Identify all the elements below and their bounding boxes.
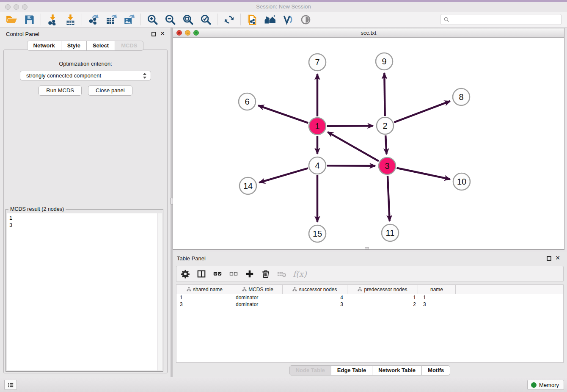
control-panel-close-icon[interactable]: ✕ [160, 30, 165, 37]
table-row[interactable]: 1dominator411 [176, 294, 563, 301]
import-network-icon[interactable] [45, 12, 60, 27]
gear-icon[interactable] [180, 269, 190, 279]
graph-edge-1-2[interactable] [327, 126, 373, 126]
columns-icon[interactable] [196, 269, 206, 279]
export-image-icon[interactable] [122, 12, 136, 27]
network-window-titlebar[interactable]: ✕ − + scc.txt [173, 28, 564, 38]
graph-edge-4-3[interactable] [327, 166, 375, 166]
save-session-icon[interactable] [22, 12, 36, 27]
graph-edge-1-6[interactable] [258, 105, 308, 123]
criterion-select[interactable]: strongly connected component [20, 71, 151, 80]
graph-edge-2-8[interactable] [394, 101, 450, 122]
result-scrollbar[interactable] [157, 213, 162, 370]
graph-node-label-7: 7 [315, 58, 319, 67]
tab-edge-table[interactable]: Edge Table [331, 365, 372, 375]
task-history-button[interactable] [4, 380, 17, 390]
graph-edge-3-1[interactable] [328, 132, 379, 161]
graph-node-label-6: 6 [245, 97, 249, 106]
table-cell[interactable]: 3 [418, 301, 456, 308]
table-cell[interactable]: 1 [176, 294, 233, 301]
pane-resize-grip[interactable] [365, 247, 369, 249]
search-box[interactable] [440, 14, 562, 25]
add-entry-icon[interactable] [245, 269, 254, 279]
unselect-all-icon[interactable] [228, 269, 238, 279]
search-icon [443, 17, 450, 23]
graph-edge-3-11[interactable] [388, 176, 390, 221]
column-header-name[interactable]: name [418, 285, 456, 294]
search-input[interactable] [450, 15, 561, 24]
import-table-icon[interactable] [63, 12, 77, 27]
table-cell[interactable]: dominator [233, 294, 283, 301]
graph-node-label-15: 15 [313, 229, 322, 238]
table-cell[interactable]: dominator [233, 301, 283, 308]
share-document-icon[interactable] [245, 12, 259, 27]
home-icon[interactable] [263, 12, 277, 27]
table-cell[interactable]: 3 [176, 301, 233, 308]
mcds-result-group: MCDS result (2 nodes) 1 3 [6, 209, 163, 372]
table-cell[interactable]: 1 [418, 294, 456, 301]
graph-node-label-2: 2 [383, 121, 387, 130]
tab-network-table[interactable]: Network Table [372, 365, 422, 375]
tab-mcds[interactable]: MCDS [115, 41, 143, 51]
network-window-title: scc.txt [173, 30, 564, 36]
table-panel-close-icon[interactable]: ✕ [555, 254, 560, 261]
close-panel-button[interactable]: Close panel [88, 86, 132, 96]
main-toolbar [0, 12, 567, 28]
table-panel-float-icon[interactable] [547, 256, 551, 261]
table-cell[interactable]: 2 [347, 301, 418, 308]
refresh-icon[interactable] [222, 12, 236, 27]
control-panel-tabs: NetworkStyleSelectMCDS [0, 41, 171, 51]
graph-node-label-1: 1 [315, 121, 319, 131]
open-session-icon[interactable] [4, 12, 19, 27]
mcds-result-title: MCDS result (2 nodes) [8, 206, 66, 212]
graph-node-label-11: 11 [386, 228, 395, 237]
select-stepper-icon [143, 72, 147, 79]
column-header-MCDS-role[interactable]: MCDS role [233, 285, 283, 294]
graph-node-label-9: 9 [382, 57, 386, 66]
zoom-selected-icon[interactable] [198, 12, 213, 27]
graph-edge-4-14[interactable] [259, 168, 308, 182]
toolbar-separator [41, 14, 41, 25]
graph-node-label-10: 10 [457, 177, 466, 186]
tab-motifs[interactable]: Motifs [421, 365, 450, 375]
control-panel-float-icon[interactable] [151, 32, 156, 36]
export-table-icon[interactable] [104, 12, 118, 27]
graph-edge-2-9[interactable] [384, 73, 385, 116]
table-panel: Table Panel ✕ f(x) shared nameMCDS roles… [173, 252, 567, 377]
status-bar: Memory [0, 377, 567, 392]
delete-entry-icon[interactable] [261, 269, 270, 279]
control-panel: Control Panel ✕ NetworkStyleSelectMCDS O… [0, 28, 171, 377]
header-filler [456, 285, 563, 294]
toolbar-separator [217, 14, 217, 25]
vizmap-icon[interactable] [281, 12, 295, 27]
column-header-shared-name[interactable]: shared name [176, 285, 233, 294]
tab-style[interactable]: Style [61, 41, 87, 51]
column-header-predecessor-nodes[interactable]: predecessor nodes [347, 285, 418, 294]
tab-select[interactable]: Select [86, 41, 115, 51]
graph-node-label-4: 4 [315, 161, 319, 170]
zoom-fit-icon[interactable] [181, 12, 195, 27]
list-icon [7, 381, 14, 389]
tab-network[interactable]: Network [27, 41, 61, 51]
table-row[interactable]: 3dominator323 [176, 301, 563, 308]
mcds-result-text: 1 3 [7, 213, 162, 229]
column-header-successor-nodes[interactable]: successor nodes [283, 285, 347, 294]
memory-button-label: Memory [539, 382, 559, 388]
select-all-icon[interactable] [212, 269, 222, 279]
table-cell[interactable]: 4 [283, 294, 347, 301]
graph-edge-2-3[interactable] [385, 135, 386, 154]
graph-node-label-8: 8 [459, 92, 463, 102]
table-cell[interactable]: 3 [283, 301, 347, 308]
export-network-icon[interactable] [86, 12, 101, 27]
graph-edge-3-10[interactable] [397, 168, 450, 179]
memory-button[interactable]: Memory [527, 380, 564, 390]
zoom-out-icon[interactable] [163, 12, 177, 27]
network-canvas[interactable]: 1234678910111415 [173, 38, 564, 249]
toolbar-separator [140, 14, 141, 25]
zoom-in-icon[interactable] [145, 12, 160, 27]
tab-node-table[interactable]: Node Table [289, 365, 331, 375]
mcds-result-textarea[interactable]: 1 3 [7, 213, 162, 370]
eye-icon[interactable] [298, 12, 313, 27]
run-mcds-button[interactable]: Run MCDS [39, 86, 82, 96]
table-cell[interactable]: 1 [347, 294, 418, 301]
